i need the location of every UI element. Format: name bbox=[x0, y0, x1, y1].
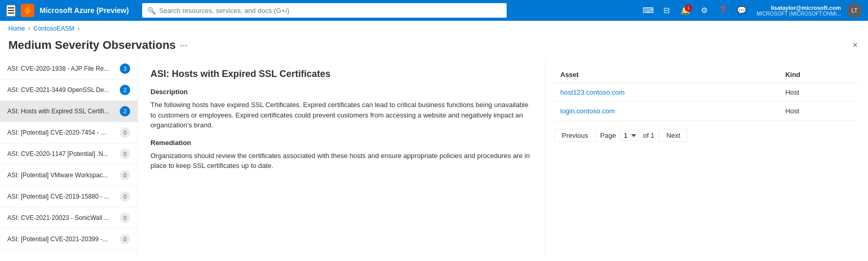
page-title: Medium Severity Observations bbox=[8, 38, 176, 52]
table-panel: Asset Kind host123.contoso.comHostlogin.… bbox=[545, 58, 868, 257]
list-item-badge: 2 bbox=[120, 85, 130, 95]
cell-asset: login.contoso.com bbox=[554, 102, 779, 121]
pagination: Previous Page 1 of 1 Next bbox=[554, 129, 860, 142]
list-item-badge: 0 bbox=[120, 234, 130, 244]
list-item-badge: 0 bbox=[120, 149, 130, 159]
list-item-badge: 3 bbox=[120, 63, 130, 74]
list-item[interactable]: ASI: CVE-2021-3449 OpenSSL De...2 bbox=[0, 80, 137, 101]
list-item[interactable]: ASI: [Potential] VMware Workspac...0 bbox=[0, 165, 137, 186]
list-item[interactable]: ASI: Hosts with Expired SSL Certifi...2 bbox=[0, 101, 137, 122]
list-item-badge: 0 bbox=[120, 170, 130, 180]
search-bar[interactable]: 🔍 bbox=[142, 3, 507, 18]
list-item-label: ASI: Hosts with Expired SSL Certifi... bbox=[7, 108, 116, 115]
detail-panel: ASI: Hosts with Expired SSL Certificates… bbox=[138, 58, 545, 257]
list-item[interactable]: ASI: CVE-2020-1938 - AJP File Re...3 bbox=[0, 58, 137, 80]
list-item-label: ASI: CVE-2021-20023 - SonicWall ... bbox=[7, 214, 116, 221]
cell-kind: Host bbox=[779, 83, 860, 102]
remediation-heading: Remediation bbox=[150, 139, 533, 147]
topbar-actions: ⌨ ⊟ 🔔 1 ⚙ ❓ 💬 lisataylor@microsoft.com M… bbox=[640, 2, 862, 19]
list-item-badge: 0 bbox=[120, 127, 130, 138]
remediation-body: Organizations should review the certific… bbox=[150, 151, 533, 171]
list-item-label: ASI: [Potential] CVE-2019-15880 - ... bbox=[7, 193, 116, 200]
topbar: ☰ 🔶 Microsoft Azure (Preview) 🔍 ⌨ ⊟ 🔔 1 … bbox=[0, 0, 868, 21]
list-item-label: ASI: CVE-2020-1147 [Potential] .N... bbox=[7, 150, 116, 158]
user-info[interactable]: lisataylor@microsoft.com MICROSOFT (MICR… bbox=[757, 5, 841, 17]
hamburger-menu[interactable]: ☰ bbox=[6, 5, 16, 17]
more-options-button[interactable]: ··· bbox=[180, 40, 188, 51]
previous-button[interactable]: Previous bbox=[554, 129, 596, 142]
directory-button[interactable]: ⊟ bbox=[659, 2, 675, 19]
breadcrumb: Home › ContosoEASM › bbox=[0, 21, 868, 36]
notification-badge: 1 bbox=[685, 4, 692, 11]
settings-button[interactable]: ⚙ bbox=[696, 2, 713, 19]
list-item-label: ASI: [Potential] CVE-2021-20399 -... bbox=[7, 236, 116, 243]
asset-link[interactable]: host123.contoso.com bbox=[560, 88, 625, 96]
breadcrumb-home[interactable]: Home bbox=[8, 25, 25, 32]
list-item-badge: 2 bbox=[120, 106, 130, 116]
page-label: Page bbox=[600, 132, 616, 139]
cell-asset: host123.contoso.com bbox=[554, 83, 779, 102]
of-label: of 1 bbox=[643, 132, 655, 139]
page-header: Medium Severity Observations ··· × bbox=[0, 36, 868, 58]
breadcrumb-sep-1: › bbox=[28, 25, 30, 32]
description-heading: Description bbox=[150, 88, 533, 96]
sidebar-list: ASI: CVE-2020-1938 - AJP File Re...3ASI:… bbox=[0, 58, 138, 257]
list-item[interactable]: ASI: CVE-2020-1147 [Potential] .N...0 bbox=[0, 143, 137, 165]
avatar[interactable]: LT bbox=[847, 3, 862, 18]
list-item-label: ASI: [Potential] VMware Workspac... bbox=[7, 172, 116, 179]
app-icon: 🔶 bbox=[21, 4, 34, 17]
help-button[interactable]: ❓ bbox=[715, 2, 732, 19]
user-name: lisataylor@microsoft.com bbox=[771, 5, 841, 11]
close-button[interactable]: × bbox=[851, 38, 860, 52]
asset-link[interactable]: login.contoso.com bbox=[560, 107, 615, 115]
list-item[interactable]: ASI: [Potential] CVE-2019-15880 - ...0 bbox=[0, 186, 137, 207]
list-item-label: ASI: CVE-2020-1938 - AJP File Re... bbox=[7, 65, 116, 72]
list-item[interactable]: ASI: CVE-2021-20023 - SonicWall ...0 bbox=[0, 207, 137, 229]
detail-title: ASI: Hosts with Expired SSL Certificates bbox=[150, 69, 533, 80]
app-title: Microsoft Azure (Preview) bbox=[40, 6, 129, 15]
list-item[interactable]: ASI: [Potential] CVE-2021-20399 -...0 bbox=[0, 229, 137, 250]
list-item-label: ASI: CVE-2021-3449 OpenSSL De... bbox=[7, 86, 116, 94]
description-body: The following hosts have expired SSL Cer… bbox=[150, 100, 533, 130]
search-input[interactable] bbox=[159, 7, 501, 15]
list-item[interactable]: ASI: [Potential] CVE-2020-7454 - ...0 bbox=[0, 122, 137, 143]
assets-table: Asset Kind host123.contoso.comHostlogin.… bbox=[554, 67, 860, 121]
list-item-badge: 0 bbox=[120, 213, 130, 223]
table-row: login.contoso.comHost bbox=[554, 102, 860, 121]
breadcrumb-resource[interactable]: ContosoEASM bbox=[33, 25, 74, 32]
next-button[interactable]: Next bbox=[659, 129, 688, 142]
main-area: ASI: CVE-2020-1938 - AJP File Re...3ASI:… bbox=[0, 58, 868, 257]
user-domain: MICROSOFT (MICROSOFT.ONMI... bbox=[757, 11, 841, 17]
cloud-shell-button[interactable]: ⌨ bbox=[640, 2, 657, 19]
feedback-button[interactable]: 💬 bbox=[734, 2, 750, 19]
notifications-button[interactable]: 🔔 1 bbox=[677, 2, 694, 19]
breadcrumb-sep-2: › bbox=[78, 25, 80, 32]
page-select[interactable]: 1 bbox=[620, 130, 639, 141]
cell-kind: Host bbox=[779, 102, 860, 121]
col-kind: Kind bbox=[779, 67, 860, 83]
list-item-badge: 0 bbox=[120, 191, 130, 202]
table-row: host123.contoso.comHost bbox=[554, 83, 860, 102]
col-asset: Asset bbox=[554, 67, 779, 83]
list-item-label: ASI: [Potential] CVE-2020-7454 - ... bbox=[7, 129, 116, 136]
search-icon: 🔍 bbox=[147, 7, 156, 15]
